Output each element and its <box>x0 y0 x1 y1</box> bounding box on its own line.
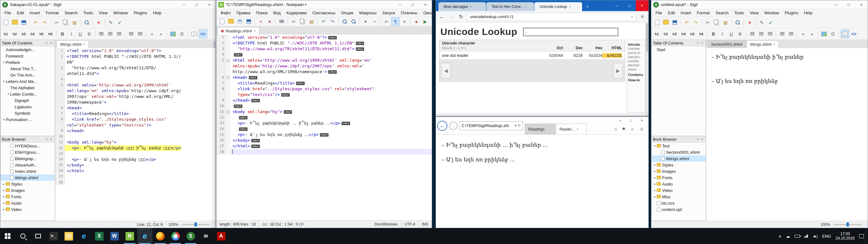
redo-icon[interactable]: ↷ <box>328 17 337 26</box>
close-tab-icon[interactable]: × <box>569 5 571 8</box>
book-item-text[interactable]: ▾Text <box>652 143 706 149</box>
close-panel-icon[interactable]: × <box>700 138 704 141</box>
new-tab-button[interactable]: + <box>583 3 592 10</box>
sigil-right-menu-insert[interactable]: Insert <box>678 9 694 16</box>
book-item-aboutauth[interactable]: AboutAuth... <box>1 162 55 168</box>
refresh-icon[interactable]: ↻ <box>518 124 521 128</box>
code-line[interactable]: 16</body>CRLF <box>216 138 432 143</box>
sigil-right-menu-search[interactable]: Search <box>713 9 732 16</box>
book-item-ttttings-xhtml[interactable]: ttttings.xhtml <box>652 155 706 162</box>
toc-item-acknowledgm[interactable]: Acknowledgm... <box>1 47 55 53</box>
toc-item-foreword[interactable]: Foreword <box>1 53 55 59</box>
ie-tab-readin[interactable]: Readin...× <box>556 124 587 134</box>
code-line[interactable]: 9</head> <box>55 128 216 134</box>
maximize-button[interactable]: □ <box>842 0 855 9</box>
maximize-button[interactable]: □ <box>623 0 636 11</box>
close-icon[interactable]: × <box>256 17 265 26</box>
expander-icon[interactable]: ▾ <box>2 61 6 64</box>
close-all-icon[interactable]: × <box>265 17 274 26</box>
fold-box[interactable]: − <box>227 59 230 62</box>
code-line[interactable]: 10CRLF <box>216 103 432 109</box>
sigil-right-menu-edit[interactable]: Edit <box>665 9 678 16</box>
replace-icon[interactable] <box>349 17 358 26</box>
book-item-hyengloss[interactable]: HYENGloss... <box>1 143 55 149</box>
volume-icon[interactable]: ◄) <box>812 234 818 239</box>
code-line[interactable]: 14 CRLF <box>216 126 432 132</box>
dock-header[interactable]: Table Of Contents □ × <box>652 40 706 47</box>
sigil-right-menu-tools[interactable]: Tools <box>732 9 747 16</box>
code-line[interactable]: 17 <box>55 174 216 180</box>
npp-menu-item[interactable]: Вид <box>270 9 284 16</box>
book-item-enhygloss[interactable]: ENHYgloss... <box>1 149 55 155</box>
npp-menu-item[interactable]: Поиск <box>253 9 270 16</box>
fold-box[interactable]: − <box>227 111 230 114</box>
sigil-left-menu-plugins[interactable]: Plugins <box>131 9 150 16</box>
metadata-editor-icon[interactable]: ✎ <box>757 18 766 27</box>
book-item-fonts[interactable]: ▸Fonts <box>1 193 55 200</box>
code-view-icon[interactable]: <> <box>198 30 207 38</box>
book-view-icon[interactable] <box>190 30 198 38</box>
heading-3-icon[interactable]: h3 <box>671 30 679 38</box>
unicode-search-input[interactable] <box>523 28 618 36</box>
record-macro-icon[interactable]: ● <box>412 17 421 26</box>
code-line[interactable]: 13 <p>- Ի՞նչ բարեկենդանի ․․․ ի՞նչ բաներ … <box>216 120 432 126</box>
editor-tab-ttttings-xhtml[interactable]: ttttings.xhtml× <box>57 40 89 48</box>
expander-icon[interactable]: ▸ <box>653 189 657 192</box>
code-line[interactable]: 2<!DOCTYPE html PUBLIC "-//W3C//DTD XHTM… <box>216 40 432 46</box>
code-line[interactable]: 18 <box>55 180 216 185</box>
expander-icon[interactable]: ▸ <box>653 182 657 186</box>
increase-indent-icon[interactable]: » <box>157 30 165 38</box>
cut-icon[interactable]: ✂ <box>704 18 712 27</box>
eol-format[interactable]: Dos\Windows <box>371 220 401 228</box>
new-epub-icon[interactable] <box>653 18 661 27</box>
book-item-ttttings-xhtml[interactable]: ttttings.xhtml <box>1 175 55 181</box>
code-line[interactable]: 8 <link href="../Styles/page_styles.css" <box>55 117 216 122</box>
taskbar-firefox[interactable] <box>153 228 168 244</box>
book-item-section0001-xhtml[interactable]: Section0001.xhtml <box>652 149 706 155</box>
paste-icon[interactable]: ▤ <box>721 18 730 27</box>
taskbar-sigil[interactable]: S <box>183 228 198 244</box>
expander-icon[interactable]: ▾ <box>653 144 657 147</box>
minimize-button[interactable]: ─ <box>830 0 842 9</box>
heading-5-icon[interactable]: h5 <box>37 30 46 38</box>
home-icon[interactable]: ⌂ <box>614 126 617 131</box>
toc-item-symbols[interactable]: Symbols <box>1 110 55 116</box>
donate-icon[interactable]: ♥ <box>745 18 754 27</box>
taskbar-chrome[interactable] <box>168 228 183 244</box>
taskbar-excel[interactable]: X <box>92 228 107 244</box>
taskbar-word[interactable]: W <box>107 228 122 244</box>
code-line[interactable]: 15</body> <box>55 162 216 168</box>
insert-special-character-icon[interactable]: Ω <box>829 30 837 38</box>
address-bar[interactable]: unicodelookup.com/#./1 ☆ <box>467 13 637 21</box>
taskbar-notepadpp[interactable]: N <box>122 228 137 244</box>
open-file-icon[interactable] <box>226 17 235 26</box>
align-right-icon[interactable] <box>766 30 774 38</box>
value-oct[interactable]: 020044 <box>543 53 563 58</box>
show-desktop-button[interactable] <box>866 228 868 244</box>
forward-button[interactable]: → <box>449 122 458 130</box>
npp-menu-item[interactable]: Плагины <box>398 9 420 16</box>
redo-icon[interactable]: ↷ <box>40 18 49 27</box>
task-view-button[interactable] <box>31 228 46 244</box>
maximize-button[interactable]: □ <box>190 0 203 9</box>
editor-tab-ttttings-xhtml[interactable]: ttttings.xhtml× <box>747 40 779 48</box>
sigil-left-menu-help[interactable]: Help <box>150 9 164 16</box>
book-item-audio[interactable]: ▸Audio <box>1 200 55 206</box>
sigil-right-menu-plugins[interactable]: Plugins <box>782 9 801 16</box>
toc-item-start[interactable]: Start <box>652 47 706 53</box>
code-line[interactable]: 11<body xml:lang="hy"> <box>55 140 216 145</box>
title-bar[interactable]: S untitled.epub* - Sigil ─□× <box>651 0 868 9</box>
fold-icon[interactable]: − <box>226 58 231 63</box>
print-icon[interactable] <box>277 17 286 26</box>
book-item-styles[interactable]: ▸Styles <box>652 162 706 168</box>
paste-icon[interactable]: ▤ <box>70 18 79 27</box>
save-icon[interactable] <box>236 17 244 26</box>
cut-icon[interactable]: ✂ <box>289 17 298 26</box>
feedback-smiley-icon[interactable]: ☺ <box>639 126 644 131</box>
ie-tab-readings[interactable]: Readings <box>525 124 555 134</box>
expander-icon[interactable]: ▸ <box>2 189 6 192</box>
strikethrough-icon[interactable]: S <box>736 30 744 38</box>
heading-6-icon[interactable]: h6 <box>697 30 706 38</box>
minimize-button[interactable]: ─ <box>615 117 626 124</box>
sigil-right-menu-format[interactable]: Format <box>694 9 713 16</box>
